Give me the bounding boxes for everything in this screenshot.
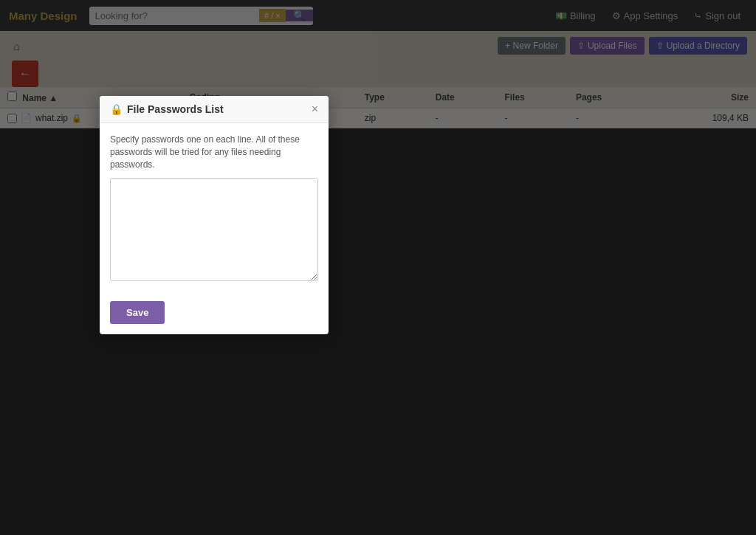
file-passwords-modal: 🔒 File Passwords List × Specify password… bbox=[100, 96, 329, 334]
modal-header: 🔒 File Passwords List × bbox=[100, 96, 329, 123]
modal-title-text: File Passwords List bbox=[127, 103, 224, 115]
modal-body: Specify passwords one on each line. All … bbox=[100, 123, 329, 294]
modal-close-button[interactable]: × bbox=[312, 103, 318, 115]
modal-title: 🔒 File Passwords List bbox=[110, 103, 224, 115]
passwords-textarea[interactable] bbox=[110, 178, 318, 281]
save-button[interactable]: Save bbox=[110, 301, 165, 324]
modal-lock-icon: 🔒 bbox=[110, 103, 123, 115]
modal-footer: Save bbox=[100, 294, 329, 334]
modal-overlay: 🔒 File Passwords List × Specify password… bbox=[0, 0, 756, 535]
modal-description: Specify passwords one on each line. All … bbox=[110, 134, 318, 170]
